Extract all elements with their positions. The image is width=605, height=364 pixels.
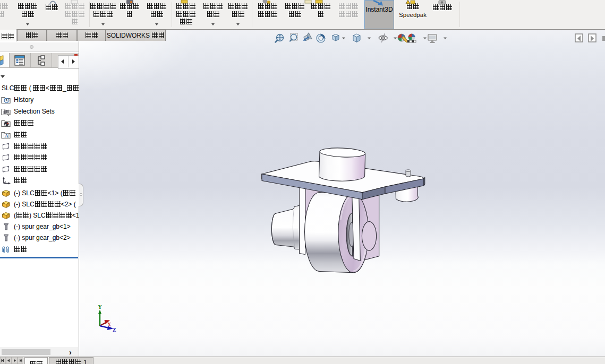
svg-text:Z: Z	[113, 327, 116, 333]
svg-text:A: A	[5, 133, 8, 138]
svg-text:Y: Y	[98, 304, 103, 310]
